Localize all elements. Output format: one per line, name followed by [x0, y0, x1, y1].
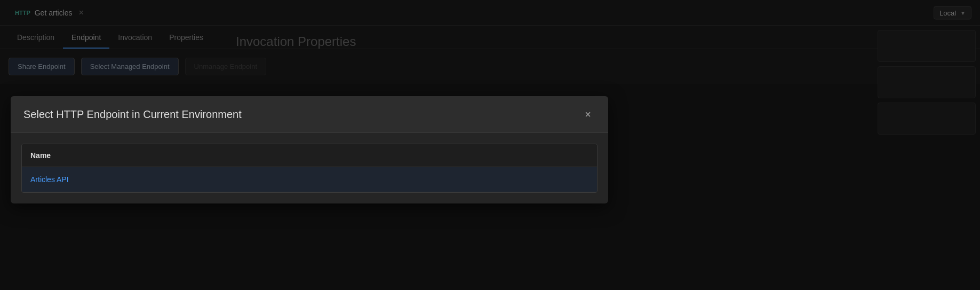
select-endpoint-modal: Select HTTP Endpoint in Current Environm… — [11, 96, 608, 203]
table-header-name: Name — [30, 151, 51, 160]
modal-close-button[interactable]: × — [580, 107, 595, 122]
main-container: HTTP Get articles × Local ▼ Description … — [0, 0, 980, 290]
modal-header: Select HTTP Endpoint in Current Environm… — [11, 96, 608, 133]
articles-api-link[interactable]: Articles API — [30, 175, 69, 184]
table-row[interactable]: Articles API — [22, 167, 597, 192]
modal-title: Select HTTP Endpoint in Current Environm… — [23, 108, 242, 121]
modal-body: Name Articles API — [11, 133, 608, 203]
endpoint-table: Name Articles API — [21, 144, 597, 193]
table-header: Name — [22, 144, 597, 167]
modal-overlay: Select HTTP Endpoint in Current Environm… — [0, 0, 980, 290]
